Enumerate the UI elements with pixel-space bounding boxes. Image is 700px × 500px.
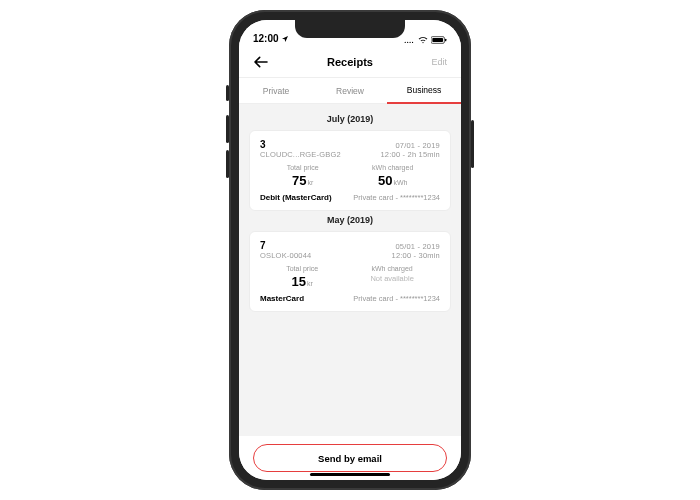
- receipt-date: 05/01 - 2019: [395, 242, 440, 251]
- receipt-location: OSLOK-00044: [260, 251, 311, 260]
- side-button: [226, 85, 229, 101]
- signal-icon: [404, 36, 415, 44]
- receipt-card[interactable]: 7 05/01 - 2019 OSLOK-00044 12:00 - 30min…: [249, 231, 451, 312]
- payment-card: Private card - ********1234: [353, 294, 440, 303]
- receipt-day: 3: [260, 139, 266, 150]
- tabs: Private Review Business: [239, 78, 461, 104]
- total-price: Total price 15kr: [286, 265, 318, 290]
- tab-review[interactable]: Review: [313, 78, 387, 104]
- payment-card: Private card - ********1234: [353, 193, 440, 202]
- receipt-day: 7: [260, 240, 266, 251]
- send-email-button[interactable]: Send by email: [253, 444, 447, 472]
- location-arrow-icon: [281, 35, 289, 43]
- receipts-list[interactable]: July (2019) 3 07/01 - 2019 CLOUDC...RGE-…: [239, 104, 461, 436]
- power-button: [471, 120, 474, 168]
- volume-up-button: [226, 115, 229, 143]
- tab-business[interactable]: Business: [387, 78, 461, 104]
- notch: [295, 20, 405, 38]
- receipt-date: 07/01 - 2019: [395, 141, 440, 150]
- receipt-timespan: 12:00 - 30min: [392, 251, 440, 260]
- back-button[interactable]: [253, 56, 275, 68]
- edit-button[interactable]: Edit: [425, 57, 447, 67]
- svg-rect-5: [432, 38, 443, 42]
- kwh-charged: kWh charged Not available: [370, 265, 413, 290]
- wifi-icon: [418, 36, 428, 44]
- month-header: May (2019): [249, 215, 451, 225]
- receipt-timespan: 12:00 - 2h 15min: [381, 150, 441, 159]
- arrow-left-icon: [253, 56, 269, 68]
- status-time: 12:00: [253, 33, 289, 44]
- month-header: July (2019): [249, 114, 451, 124]
- home-indicator[interactable]: [310, 473, 390, 476]
- svg-point-1: [407, 42, 408, 43]
- receipt-card[interactable]: 3 07/01 - 2019 CLOUDC...RGE-GBG2 12:00 -…: [249, 130, 451, 211]
- phone-frame: 12:00: [229, 10, 471, 490]
- receipt-location: CLOUDC...RGE-GBG2: [260, 150, 341, 159]
- screen: 12:00: [239, 20, 461, 480]
- volume-down-button: [226, 150, 229, 178]
- svg-rect-6: [445, 39, 446, 42]
- status-indicators: [404, 36, 447, 44]
- svg-point-2: [410, 42, 411, 43]
- battery-icon: [431, 36, 447, 44]
- page-title: Receipts: [327, 56, 373, 68]
- svg-point-3: [412, 42, 413, 43]
- svg-point-0: [405, 42, 406, 43]
- kwh-charged: kWh charged 50kWh: [372, 164, 413, 189]
- nav-header: Receipts Edit: [239, 46, 461, 78]
- payment-method: Debit (MasterCard): [260, 193, 332, 202]
- total-price: Total price 75kr: [287, 164, 319, 189]
- payment-method: MasterCard: [260, 294, 304, 303]
- tab-private[interactable]: Private: [239, 78, 313, 104]
